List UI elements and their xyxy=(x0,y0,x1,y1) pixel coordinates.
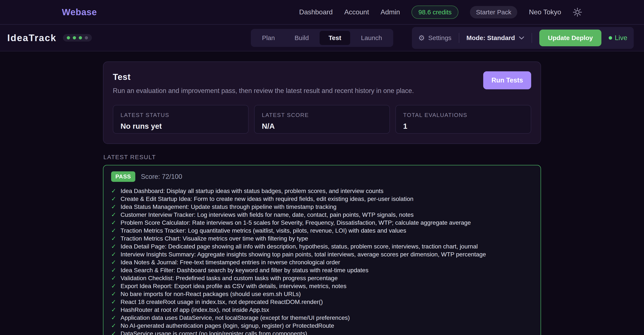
check-text: Validation Checklist: Predefined tasks a… xyxy=(120,275,338,282)
check-row: ✓ Interview Insights Summary: Aggregate … xyxy=(111,251,533,259)
check-row: ✓ Idea Dashboard: Display all startup id… xyxy=(111,187,533,195)
check-mark-icon: ✓ xyxy=(111,314,117,321)
check-text: Interview Insights Summary: Aggregate in… xyxy=(120,251,486,258)
check-mark-icon: ✓ xyxy=(111,211,117,218)
check-text: No AI-generated authentication pages (lo… xyxy=(120,322,334,329)
check-text: No bare imports for non-React packages (… xyxy=(120,291,301,297)
check-row: ✓ Idea Detail Page: Dedicated page showi… xyxy=(111,243,533,251)
live-dot-icon xyxy=(609,36,612,40)
check-mark-icon: ✓ xyxy=(111,322,117,329)
check-mark-icon: ✓ xyxy=(111,306,117,313)
live-status: Live xyxy=(609,34,627,42)
check-text: Idea Search & Filter: Dashboard search b… xyxy=(120,267,368,274)
check-text: Traction Metrics Chart: Visualize metric… xyxy=(120,235,308,242)
check-row: ✓ No bare imports for non-React packages… xyxy=(111,290,533,298)
mode-label: Mode: Standard xyxy=(466,34,515,42)
check-mark-icon: ✓ xyxy=(111,227,117,234)
webase-logo[interactable]: Webase xyxy=(62,7,97,17)
check-row: ✓ DataService usage is correct (no login… xyxy=(111,330,533,335)
stat-label: LATEST STATUS xyxy=(120,112,241,118)
check-row: ✓ No AI-generated authentication pages (… xyxy=(111,322,533,330)
stat-value: No runs yet xyxy=(120,122,241,130)
check-mark-icon: ✓ xyxy=(111,187,117,194)
nav-links: DashboardAccountAdmin xyxy=(299,8,400,16)
project-title: IdeaTrack xyxy=(7,33,56,43)
credits-badge[interactable]: 98.6 credits xyxy=(412,6,458,19)
stat-cards: LATEST STATUS No runs yet LATEST SCORE N… xyxy=(113,105,531,134)
check-text: Traction Metrics Tracker: Log quantitati… xyxy=(120,227,406,234)
page-description: Run an evaluation and improvement pass, … xyxy=(113,87,531,95)
page-title: Test xyxy=(113,72,531,82)
project-bar: IdeaTrack PlanBuildTestLaunch ⚙ Settings… xyxy=(0,25,644,51)
check-mark-icon: ✓ xyxy=(111,330,117,335)
check-row: ✓ Application data uses DataService, not… xyxy=(111,314,533,322)
chevron-down-icon xyxy=(519,36,524,40)
nav-link[interactable]: Account xyxy=(344,8,369,16)
check-text: Idea Status Management: Update status th… xyxy=(120,203,336,210)
gear-icon: ⚙ xyxy=(418,34,425,42)
settings-button[interactable]: ⚙ Settings xyxy=(418,34,452,42)
stat-card: LATEST SCORE N/A xyxy=(254,105,390,134)
check-row: ✓ Idea Search & Filter: Dashboard search… xyxy=(111,267,533,275)
check-mark-icon: ✓ xyxy=(111,195,117,202)
check-row: ✓ React 18 createRoot usage in index.tsx… xyxy=(111,298,533,306)
stage-tab[interactable]: Build xyxy=(286,31,318,45)
check-text: React 18 createRoot usage in index.tsx, … xyxy=(120,298,323,305)
theme-name-label[interactable]: Neo Tokyo xyxy=(529,8,561,16)
stage-tabs: PlanBuildTestLaunch xyxy=(251,29,393,47)
check-mark-icon: ✓ xyxy=(111,251,117,258)
divider xyxy=(459,33,459,43)
check-text: Application data uses DataService, not l… xyxy=(120,314,350,321)
check-mark-icon: ✓ xyxy=(111,243,117,250)
mode-select[interactable]: Mode: Standard xyxy=(466,34,524,42)
check-mark-icon: ✓ xyxy=(111,203,117,210)
check-row: ✓ Create & Edit Startup Idea: Form to cr… xyxy=(111,195,533,203)
check-text: Idea Notes & Journal: Free-text timestam… xyxy=(120,259,340,266)
stat-label: TOTAL EVALUATIONS xyxy=(403,112,524,118)
sun-icon xyxy=(573,8,582,17)
check-mark-icon: ✓ xyxy=(111,259,117,266)
project-controls: ⚙ Settings Mode: Standard Update Deploy … xyxy=(412,27,634,49)
status-dot xyxy=(67,36,70,40)
stage-tab[interactable]: Launch xyxy=(352,31,391,45)
stage-tab[interactable]: Plan xyxy=(253,31,284,45)
update-deploy-button[interactable]: Update Deploy xyxy=(539,30,602,46)
latest-result-card: PASS Score: 72/100 ✓ Idea Dashboard: Dis… xyxy=(103,165,541,335)
check-row: ✓ Customer Interview Tracker: Log interv… xyxy=(111,211,533,219)
top-nav: Webase DashboardAccountAdmin 98.6 credit… xyxy=(0,0,644,25)
plan-badge[interactable]: Starter Pack xyxy=(470,6,517,19)
check-row: ✓ Idea Status Management: Update status … xyxy=(111,203,533,211)
check-text: Problem Score Calculator: Rate interview… xyxy=(120,219,471,226)
check-list: ✓ Idea Dashboard: Display all startup id… xyxy=(111,187,533,335)
stat-value: N/A xyxy=(262,122,382,130)
run-tests-button[interactable]: Run Tests xyxy=(483,71,531,89)
check-text: DataService usage is correct (no login/r… xyxy=(120,330,307,335)
status-dots xyxy=(63,34,92,42)
main-content: Test Run an evaluation and improvement p… xyxy=(103,51,541,335)
check-row: ✓ Traction Metrics Chart: Visualize metr… xyxy=(111,235,533,243)
live-label: Live xyxy=(615,34,627,42)
status-dot xyxy=(73,36,76,40)
check-text: Idea Dashboard: Display all startup idea… xyxy=(120,188,384,194)
check-text: Idea Detail Page: Dedicated page showing… xyxy=(120,243,478,250)
stat-card: TOTAL EVALUATIONS 1 xyxy=(396,105,531,134)
stat-card: LATEST STATUS No runs yet xyxy=(113,105,248,134)
check-mark-icon: ✓ xyxy=(111,275,117,282)
theme-toggle-button[interactable] xyxy=(573,8,582,17)
nav-link[interactable]: Dashboard xyxy=(299,8,333,16)
status-dot xyxy=(79,36,82,40)
settings-label: Settings xyxy=(428,34,451,42)
latest-result-heading: LATEST RESULT xyxy=(104,154,541,161)
test-panel: Test Run an evaluation and improvement p… xyxy=(103,62,541,144)
status-badge: PASS xyxy=(111,171,135,182)
check-mark-icon: ✓ xyxy=(111,235,117,242)
check-row: ✓ HashRouter at root of app (index.tsx),… xyxy=(111,306,533,314)
check-mark-icon: ✓ xyxy=(111,290,117,297)
check-mark-icon: ✓ xyxy=(111,298,117,305)
divider xyxy=(532,33,532,43)
nav-link[interactable]: Admin xyxy=(381,8,400,16)
check-row: ✓ Validation Checklist: Predefined tasks… xyxy=(111,275,533,282)
check-row: ✓ Traction Metrics Tracker: Log quantita… xyxy=(111,227,533,235)
stage-tab[interactable]: Test xyxy=(320,31,350,45)
score-label: Score: 72/100 xyxy=(141,173,182,181)
